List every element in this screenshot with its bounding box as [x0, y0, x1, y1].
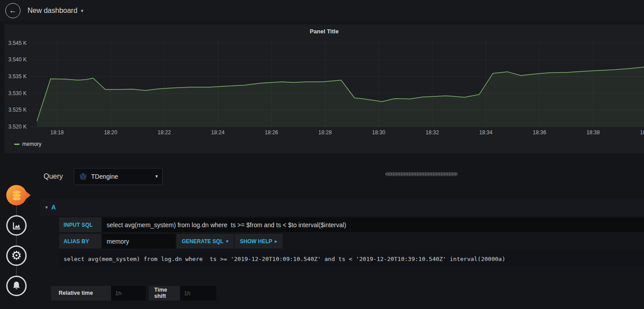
show-help-caret-icon: ▸	[275, 239, 277, 244]
alias-by-row: ALIAS BY GENERATE SQL ▾ SHOW HELP ▸	[59, 234, 644, 249]
show-help-button[interactable]: SHOW HELP ▸	[235, 234, 283, 249]
generate-sql-caret-icon: ▾	[226, 239, 228, 244]
time-options-row: Relative time Time shift	[51, 285, 644, 301]
time-shift-label: Time shift	[149, 286, 180, 301]
panel-title[interactable]: Panel Title	[4, 24, 644, 36]
tab-general[interactable]: ⚙	[6, 245, 27, 266]
input-sql-label: INPUT SQL	[59, 217, 101, 232]
dashboard-title-caret-icon[interactable]: ▾	[81, 8, 84, 14]
tab-alert[interactable]	[6, 276, 27, 296]
alias-by-label: ALIAS BY	[59, 234, 101, 249]
relative-time-label: Relative time	[51, 286, 111, 301]
alias-by-field[interactable]	[102, 234, 176, 249]
svg-text:18:28: 18:28	[318, 129, 332, 136]
chart-legend: memory	[4, 141, 644, 147]
svg-text:3.545 K: 3.545 K	[8, 40, 27, 46]
dashboard-topbar: ← New dashboard ▾	[0, 0, 644, 21]
bell-icon	[11, 281, 22, 291]
svg-text:18:36: 18:36	[533, 129, 546, 136]
area-chart-icon	[11, 220, 22, 231]
panel-editor: ⚙ Query TDengine ▾ ▾	[0, 157, 644, 305]
datasource-select[interactable]: TDengine ▾	[74, 168, 163, 185]
dashboard-title[interactable]: New dashboard	[28, 7, 77, 15]
svg-text:18:40: 18:40	[640, 129, 644, 136]
query-header: Query TDengine ▾	[40, 168, 644, 185]
svg-text:3.520 K: 3.520 K	[8, 124, 27, 130]
svg-text:3.535 K: 3.535 K	[8, 73, 27, 80]
collapse-caret-icon[interactable]: ▾	[45, 205, 48, 210]
graph-panel: Panel Title 3.520 K3.525 K3.530 K3.535 K…	[4, 24, 644, 153]
input-sql-row: INPUT SQL	[59, 217, 644, 232]
svg-text:18:32: 18:32	[426, 129, 439, 136]
svg-text:18:20: 18:20	[104, 129, 117, 136]
query-row-header[interactable]: ▾ A	[40, 199, 644, 216]
svg-text:18:26: 18:26	[265, 129, 278, 136]
generate-sql-label: GENERATE SQL	[182, 238, 224, 245]
panel-wrap: Panel Title 3.520 K3.525 K3.530 K3.535 K…	[0, 24, 644, 153]
relative-time-input[interactable]	[111, 286, 146, 301]
database-icon	[11, 189, 23, 201]
svg-text:18:38: 18:38	[586, 129, 600, 136]
editor-sidebar: ⚙	[0, 157, 40, 305]
input-sql-field[interactable]	[102, 217, 644, 232]
svg-text:3.540 K: 3.540 K	[8, 56, 27, 63]
back-button[interactable]: ←	[5, 3, 20, 18]
svg-text:18:22: 18:22	[158, 129, 171, 136]
legend-swatch	[14, 144, 20, 145]
svg-text:18:34: 18:34	[479, 129, 492, 136]
generated-sql-preview: select avg(mem_system) from log.dn where…	[59, 250, 644, 267]
query-ref-id: A	[52, 204, 56, 211]
svg-text:3.525 K: 3.525 K	[8, 107, 27, 113]
datasource-name: TDengine	[91, 173, 155, 180]
legend-label[interactable]: memory	[22, 141, 41, 147]
svg-text:18:18: 18:18	[50, 129, 64, 136]
tab-visualization[interactable]	[6, 215, 27, 236]
datasource-caret-icon: ▾	[155, 173, 158, 179]
generate-sql-button[interactable]: GENERATE SQL ▾	[176, 234, 234, 249]
time-series-chart[interactable]: 3.520 K3.525 K3.530 K3.535 K3.540 K3.545…	[4, 36, 644, 138]
tab-queries[interactable]	[6, 185, 27, 205]
query-section-label: Query	[44, 173, 71, 181]
time-shift-input[interactable]	[180, 286, 216, 301]
gear-icon: ⚙	[11, 250, 22, 262]
query-editor-main: Query TDengine ▾ ▾ A INPUT SQL ALIAS BY	[40, 157, 644, 305]
sidebar-connector-line	[16, 195, 17, 287]
svg-text:3.530 K: 3.530 K	[8, 90, 27, 96]
tdengine-logo-icon	[79, 172, 88, 181]
svg-text:18:24: 18:24	[211, 129, 224, 136]
show-help-label: SHOW HELP	[240, 238, 272, 245]
back-arrow-icon: ←	[9, 6, 17, 15]
svg-text:18:30: 18:30	[372, 129, 385, 136]
